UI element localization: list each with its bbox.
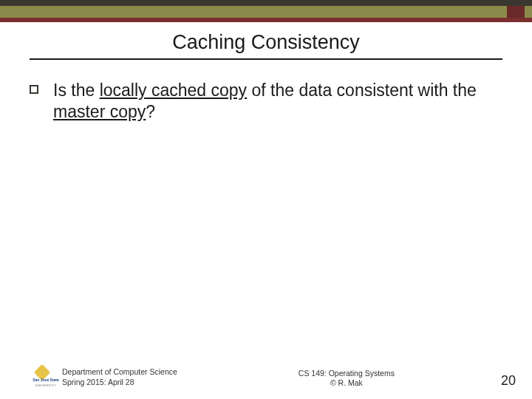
logo-sub: UNIVERSITY [30, 383, 62, 387]
footer-author: © R. Mak [222, 378, 471, 389]
slide-content: Is the locally cached copy of the data c… [30, 80, 502, 123]
title-underline [30, 58, 502, 60]
square-bullet-icon [30, 85, 38, 94]
text-mid: of the data consistent with the [247, 81, 477, 100]
footer-center: CS 149: Operating Systems © R. Mak [222, 369, 471, 389]
band-maroon [0, 18, 532, 22]
band-dark [0, 0, 532, 6]
sjsu-logo: San José State UNIVERSITY [30, 366, 55, 389]
text-underlined-2: master copy [53, 102, 146, 121]
bullet-item: Is the locally cached copy of the data c… [30, 80, 502, 123]
footer-term: Spring 2015: April 28 [62, 378, 177, 388]
slide-title: Caching Consistency [166, 31, 366, 57]
bullet-text: Is the locally cached copy of the data c… [53, 80, 502, 123]
footer-department: Department of Computer Science [62, 367, 177, 378]
footer-left: San José State UNIVERSITY Department of … [30, 366, 177, 389]
footer-dept-block: Department of Computer Science Spring 20… [62, 367, 177, 387]
decorative-top-band [0, 0, 532, 22]
slide-number: 20 [501, 373, 516, 389]
text-prefix: Is the [53, 81, 100, 100]
slide-footer: San José State UNIVERSITY Department of … [30, 366, 516, 389]
title-wrap: Caching Consistency [0, 31, 532, 60]
text-underlined-1: locally cached copy [100, 81, 247, 100]
text-suffix: ? [146, 102, 155, 121]
logo-name: San José State [30, 378, 62, 382]
footer-course: CS 149: Operating Systems [222, 369, 471, 379]
band-olive [0, 6, 532, 18]
